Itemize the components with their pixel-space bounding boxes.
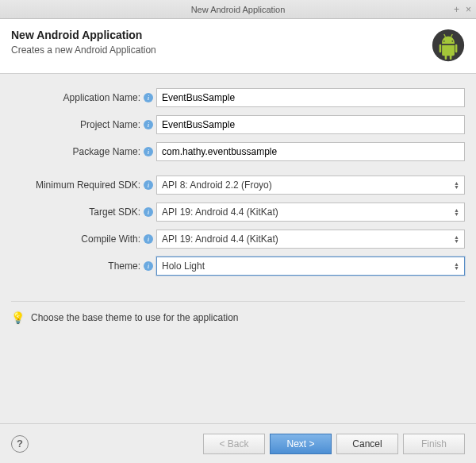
app-name-input[interactable]: [156, 88, 465, 107]
info-icon[interactable]: i: [144, 261, 153, 271]
help-icon[interactable]: ?: [11, 435, 29, 453]
min-sdk-label: Minimum Required SDK:: [11, 179, 142, 191]
spinner-arrows-icon: ▲▼: [454, 181, 459, 189]
info-icon[interactable]: i: [144, 93, 153, 102]
spinner-arrows-icon: ▲▼: [454, 262, 459, 270]
theme-value: Holo Light: [162, 260, 205, 272]
lightbulb-icon: 💡: [11, 311, 25, 324]
theme-label: Theme:: [11, 260, 142, 272]
hint-text: Choose the base theme to use for the app…: [31, 312, 239, 323]
info-icon[interactable]: i: [144, 180, 153, 190]
project-name-label: Project Name:: [11, 119, 142, 130]
hint-bar: 💡 Choose the base theme to use for the a…: [11, 301, 465, 324]
spinner-arrows-icon: ▲▼: [454, 235, 459, 243]
footer: ? < Back Next > Cancel Finish: [0, 423, 476, 463]
compile-with-combo[interactable]: API 19: Android 4.4 (KitKat) ▲▼: [156, 230, 465, 249]
titlebar: New Android Application + ×: [0, 0, 476, 19]
minimize-icon[interactable]: +: [454, 4, 459, 15]
min-sdk-value: API 8: Android 2.2 (Froyo): [162, 179, 272, 191]
page-subtitle: Creates a new Android Application: [11, 44, 156, 56]
page-title: New Android Application: [11, 29, 156, 41]
min-sdk-combo[interactable]: API 8: Android 2.2 (Froyo) ▲▼: [156, 176, 465, 195]
compile-with-value: API 19: Android 4.4 (KitKat): [162, 233, 278, 245]
package-name-label: Package Name:: [11, 146, 142, 157]
back-button: < Back: [203, 434, 265, 454]
wizard-header: New Android Application Creates a new An…: [0, 19, 476, 74]
cancel-button[interactable]: Cancel: [336, 434, 398, 454]
close-icon[interactable]: ×: [466, 4, 471, 15]
project-name-input[interactable]: [156, 115, 465, 134]
app-name-label: Application Name:: [11, 92, 142, 103]
android-icon: [432, 29, 465, 62]
spinner-arrows-icon: ▲▼: [454, 208, 459, 216]
info-icon[interactable]: i: [144, 147, 153, 156]
window-title: New Android Application: [191, 5, 286, 14]
target-sdk-label: Target SDK:: [11, 206, 142, 218]
next-button[interactable]: Next >: [270, 434, 332, 454]
finish-button: Finish: [403, 434, 465, 454]
info-icon[interactable]: i: [144, 207, 153, 217]
form-area: Application Name: i Project Name: i Pack…: [0, 74, 476, 288]
theme-combo[interactable]: Holo Light ▲▼: [156, 257, 465, 276]
target-sdk-combo[interactable]: API 19: Android 4.4 (KitKat) ▲▼: [156, 203, 465, 222]
info-icon[interactable]: i: [144, 234, 153, 244]
info-icon[interactable]: i: [144, 120, 153, 129]
target-sdk-value: API 19: Android 4.4 (KitKat): [162, 206, 278, 218]
compile-with-label: Compile With:: [11, 233, 142, 245]
package-name-input[interactable]: [156, 142, 465, 161]
